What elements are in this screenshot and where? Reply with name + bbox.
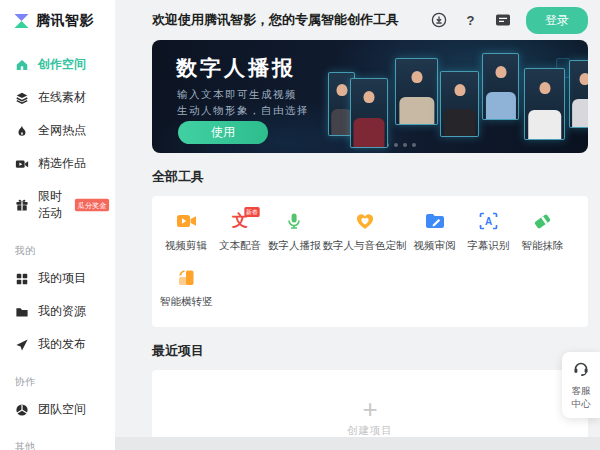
sidebar-item-creation-space[interactable]: 创作空间 bbox=[0, 48, 115, 81]
hourglass-z-logo-icon bbox=[13, 13, 30, 29]
tool-digital-human-broadcast[interactable]: 数字人播报 bbox=[268, 211, 321, 253]
subtitle-ocr-icon: A bbox=[478, 211, 500, 231]
banner-title: 数字人播报 bbox=[176, 54, 296, 82]
grid-icon bbox=[15, 272, 29, 286]
tool-label: 视频审阅 bbox=[414, 239, 456, 253]
sidebar-item-label: 全网热点 bbox=[38, 122, 86, 139]
sidebar-item-label: 我的发布 bbox=[38, 336, 86, 353]
home-icon bbox=[15, 58, 29, 72]
digital-human-card bbox=[350, 78, 388, 148]
sidebar: 腾讯智影 创作空间 在线素材 全网热点 精选作品 限时活动 瓜分奖金 我的 我的… bbox=[0, 0, 115, 450]
tool-label: 智能抹除 bbox=[522, 239, 564, 253]
sidebar-item-label: 精选作品 bbox=[38, 155, 86, 172]
feedback-icon[interactable] bbox=[494, 12, 511, 29]
tool-video-review[interactable]: 视频审阅 bbox=[409, 211, 461, 253]
create-project-label: 创建项目 bbox=[347, 424, 393, 438]
video-review-icon bbox=[424, 211, 446, 231]
digital-human-card bbox=[524, 68, 565, 140]
topbar: 欢迎使用腾讯智影，您的专属智能创作工具 ? 登录 bbox=[152, 0, 588, 40]
tool-label: 字幕识别 bbox=[468, 239, 510, 253]
tool-label: 视频剪辑 bbox=[165, 239, 207, 253]
tool-video-edit[interactable]: 视频剪辑 bbox=[160, 211, 212, 253]
tools-card: 视频剪辑 文新春 文本配音 数字人播报 数字人与音色定制 bbox=[152, 196, 588, 327]
main-content: 欢迎使用腾讯智影，您的专属智能创作工具 ? 登录 数字人播报 输入文本即可生成视… bbox=[115, 0, 600, 450]
layers-icon bbox=[15, 91, 29, 105]
recent-section-title: 最近项目 bbox=[152, 342, 588, 360]
sidebar-item-label: 在线素材 bbox=[38, 89, 86, 106]
text-dubbing-icon: 文新春 bbox=[229, 211, 251, 231]
sidebar-group-label-collab: 协作 bbox=[0, 361, 115, 393]
event-badge: 瓜分奖金 bbox=[75, 199, 109, 212]
headset-icon bbox=[573, 361, 589, 376]
sidebar-item-team-space[interactable]: 团队空间 bbox=[0, 393, 115, 426]
sidebar-item-my-publications[interactable]: 我的发布 bbox=[0, 328, 115, 361]
sidebar-item-limited-events[interactable]: 限时活动 瓜分奖金 bbox=[0, 180, 115, 230]
sidebar-item-label: 限时活动 bbox=[38, 188, 63, 222]
sidebar-item-label: 创作空间 bbox=[38, 56, 86, 73]
use-button[interactable]: 使用 bbox=[178, 121, 268, 144]
digital-human-card bbox=[440, 71, 479, 137]
banner-subtitle-2: 生动人物形象，自由选择 bbox=[177, 104, 309, 118]
customer-service-widget[interactable]: 客服 中心 bbox=[562, 352, 600, 418]
tool-subtitle-recognition[interactable]: A 字幕识别 bbox=[463, 211, 515, 253]
banner-subtitle-1: 输入文本即可生成视频 bbox=[177, 88, 297, 102]
carousel-dot[interactable] bbox=[412, 143, 416, 147]
help-icon[interactable]: ? bbox=[462, 12, 479, 29]
bottom-strip bbox=[115, 437, 600, 450]
tool-rotate-video[interactable]: 智能横转竖 bbox=[160, 267, 213, 309]
smart-erase-icon bbox=[532, 211, 554, 231]
sidebar-item-label: 我的资源 bbox=[38, 303, 86, 320]
flame-icon bbox=[15, 124, 29, 138]
plus-icon: + bbox=[362, 396, 377, 422]
tool-badge: 新春 bbox=[244, 207, 259, 217]
customer-service-label: 客服 中心 bbox=[562, 384, 600, 410]
carousel-dot[interactable] bbox=[394, 143, 398, 147]
digital-human-card bbox=[482, 53, 519, 120]
sidebar-item-online-assets[interactable]: 在线素材 bbox=[0, 81, 115, 114]
team-icon bbox=[15, 403, 29, 417]
sidebar-group-label-mine: 我的 bbox=[0, 230, 115, 262]
sidebar-item-featured-works[interactable]: 精选作品 bbox=[0, 147, 115, 180]
video-edit-icon bbox=[175, 211, 197, 231]
tool-text-dubbing[interactable]: 文新春 文本配音 bbox=[214, 211, 266, 253]
sidebar-nav: 创作空间 在线素材 全网热点 精选作品 限时活动 瓜分奖金 我的 我的项目 我的… bbox=[0, 48, 115, 450]
sidebar-item-my-resources[interactable]: 我的资源 bbox=[0, 295, 115, 328]
tool-label: 智能横转竖 bbox=[160, 295, 213, 309]
digital-human-mic-icon bbox=[283, 211, 305, 231]
svg-text:A: A bbox=[485, 216, 492, 227]
welcome-text: 欢迎使用腾讯智影，您的专属智能创作工具 bbox=[152, 11, 399, 29]
brand-logo[interactable]: 腾讯智影 bbox=[0, 0, 115, 30]
brand-name: 腾讯智影 bbox=[36, 12, 94, 30]
hero-banner[interactable]: 数字人播报 输入文本即可生成视频 生动人物形象，自由选择 使用 bbox=[152, 40, 588, 153]
carousel-dot[interactable] bbox=[403, 143, 407, 147]
login-button[interactable]: 登录 bbox=[526, 7, 588, 34]
sidebar-item-my-projects[interactable]: 我的项目 bbox=[0, 262, 115, 295]
paper-plane-icon bbox=[15, 338, 29, 352]
tool-voice-custom[interactable]: 数字人与音色定制 bbox=[323, 211, 407, 253]
tool-smart-erase[interactable]: 智能抹除 bbox=[517, 211, 569, 253]
tool-label: 文本配音 bbox=[219, 239, 261, 253]
sidebar-item-label: 我的项目 bbox=[38, 270, 86, 287]
video-camera-icon bbox=[15, 157, 29, 171]
tool-label: 数字人与音色定制 bbox=[323, 239, 407, 253]
folder-icon bbox=[15, 305, 29, 319]
tools-section-title: 全部工具 bbox=[152, 168, 588, 186]
sidebar-item-trending[interactable]: 全网热点 bbox=[0, 114, 115, 147]
gift-icon bbox=[15, 198, 29, 212]
sidebar-item-label: 团队空间 bbox=[38, 401, 86, 418]
rotate-video-icon bbox=[175, 267, 197, 287]
digital-human-card bbox=[395, 58, 438, 125]
tool-label: 数字人播报 bbox=[268, 239, 321, 253]
sidebar-group-label-other: 其他 bbox=[0, 426, 115, 450]
download-client-icon[interactable] bbox=[430, 12, 447, 29]
voice-custom-icon bbox=[354, 211, 376, 231]
digital-human-card bbox=[569, 60, 588, 128]
create-project-button[interactable]: + 创建项目 bbox=[347, 396, 393, 438]
